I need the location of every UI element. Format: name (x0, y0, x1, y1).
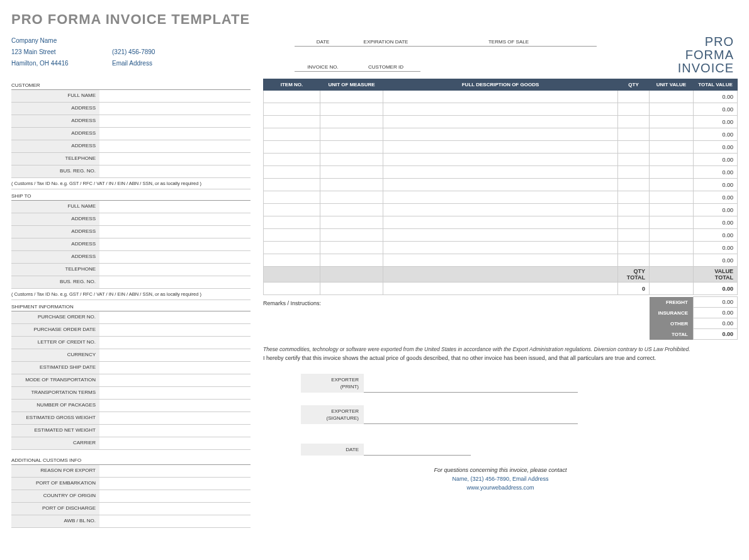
table-cell[interactable] (383, 103, 618, 116)
field-value[interactable] (99, 490, 251, 502)
field-value[interactable] (99, 465, 251, 477)
table-cell[interactable] (650, 216, 694, 229)
field-value[interactable] (99, 128, 251, 140)
field-value[interactable] (99, 400, 251, 412)
table-cell[interactable] (650, 229, 694, 242)
table-cell[interactable] (618, 204, 650, 216)
table-cell[interactable] (320, 216, 383, 229)
table-cell[interactable] (320, 179, 383, 191)
field-value[interactable] (99, 90, 251, 102)
table-cell[interactable] (650, 116, 694, 128)
table-cell[interactable] (264, 216, 320, 229)
field-value[interactable] (99, 153, 251, 165)
table-cell[interactable] (320, 116, 383, 128)
table-cell[interactable] (264, 191, 320, 204)
table-cell[interactable] (650, 191, 694, 204)
table-cell[interactable] (264, 103, 320, 116)
table-cell[interactable] (264, 154, 320, 166)
table-cell[interactable] (264, 116, 320, 128)
table-cell[interactable] (383, 229, 618, 242)
table-cell[interactable] (650, 242, 694, 254)
table-cell[interactable] (618, 229, 650, 242)
table-cell[interactable] (650, 103, 694, 116)
table-cell[interactable] (320, 103, 383, 116)
field-value[interactable] (99, 362, 251, 374)
table-cell[interactable] (618, 128, 650, 141)
field-value[interactable] (99, 425, 251, 437)
exporter-print-line[interactable] (364, 372, 578, 393)
table-cell[interactable] (650, 204, 694, 216)
table-cell[interactable] (650, 154, 694, 166)
table-cell[interactable] (383, 91, 618, 103)
table-cell[interactable] (650, 141, 694, 154)
table-cell[interactable] (618, 91, 650, 103)
field-value[interactable] (99, 515, 251, 527)
table-cell[interactable] (320, 154, 383, 166)
table-cell[interactable] (618, 103, 650, 116)
field-value[interactable] (99, 324, 251, 336)
table-cell[interactable] (264, 242, 320, 254)
field-value[interactable] (99, 226, 251, 238)
table-cell[interactable] (320, 191, 383, 204)
table-cell[interactable] (650, 179, 694, 191)
table-cell[interactable] (650, 166, 694, 179)
table-cell[interactable] (320, 229, 383, 242)
table-cell[interactable] (320, 242, 383, 254)
field-value[interactable] (99, 103, 251, 115)
field-value[interactable] (99, 412, 251, 424)
table-cell[interactable] (383, 116, 618, 128)
table-cell[interactable] (264, 166, 320, 179)
field-value[interactable] (99, 387, 251, 399)
table-cell[interactable] (650, 254, 694, 267)
field-value[interactable] (99, 276, 251, 288)
field-value[interactable] (99, 115, 251, 127)
field-value[interactable] (99, 201, 251, 213)
table-cell[interactable] (320, 254, 383, 267)
table-cell[interactable] (383, 166, 618, 179)
table-cell[interactable] (618, 179, 650, 191)
table-cell[interactable] (320, 91, 383, 103)
table-cell[interactable] (383, 154, 618, 166)
table-cell[interactable] (383, 204, 618, 216)
field-value[interactable] (99, 437, 251, 449)
table-cell[interactable] (264, 141, 320, 154)
table-cell[interactable] (264, 91, 320, 103)
field-value[interactable] (99, 264, 251, 276)
table-cell[interactable] (618, 116, 650, 128)
field-value[interactable] (99, 238, 251, 250)
table-cell[interactable] (383, 179, 618, 191)
field-value[interactable] (99, 349, 251, 361)
field-value[interactable] (99, 140, 251, 152)
table-cell[interactable] (320, 128, 383, 141)
table-cell[interactable] (264, 254, 320, 267)
field-value[interactable] (99, 337, 251, 349)
table-cell[interactable] (264, 204, 320, 216)
table-cell[interactable] (383, 242, 618, 254)
table-cell[interactable] (383, 128, 618, 141)
table-cell[interactable] (383, 254, 618, 267)
table-cell[interactable] (618, 166, 650, 179)
table-cell[interactable] (650, 91, 694, 103)
table-cell[interactable] (618, 242, 650, 254)
table-cell[interactable] (264, 179, 320, 191)
table-cell[interactable] (264, 128, 320, 141)
table-cell[interactable] (383, 191, 618, 204)
field-value[interactable] (99, 503, 251, 515)
table-cell[interactable] (618, 216, 650, 229)
table-cell[interactable] (383, 141, 618, 154)
table-cell[interactable] (650, 128, 694, 141)
table-cell[interactable] (618, 191, 650, 204)
exporter-signature-line[interactable] (364, 404, 578, 424)
table-cell[interactable] (618, 254, 650, 267)
field-value[interactable] (99, 311, 251, 323)
table-cell[interactable] (320, 204, 383, 216)
field-value[interactable] (99, 478, 251, 490)
table-cell[interactable] (320, 166, 383, 179)
table-cell[interactable] (320, 141, 383, 154)
field-value[interactable] (99, 251, 251, 263)
table-cell[interactable] (618, 141, 650, 154)
field-value[interactable] (99, 213, 251, 225)
table-cell[interactable] (383, 216, 618, 229)
field-value[interactable] (99, 165, 251, 177)
table-cell[interactable] (264, 229, 320, 242)
